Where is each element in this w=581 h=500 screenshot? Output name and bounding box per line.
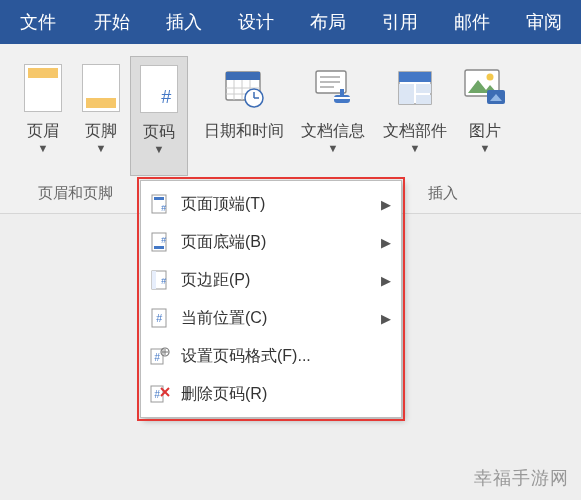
docparts-button[interactable]: 文档部件 ▼ — [374, 56, 456, 176]
menu-item-label: 页边距(P) — [181, 270, 371, 291]
picture-button-label: 图片 — [469, 122, 501, 140]
tab-design[interactable]: 设计 — [220, 0, 292, 44]
footer-icon — [78, 60, 124, 116]
docinfo-button[interactable]: 文档信息 ▼ — [292, 56, 374, 176]
tab-home[interactable]: 开始 — [76, 0, 148, 44]
svg-rect-18 — [399, 72, 431, 82]
menu-item-label: 删除页码(R) — [181, 384, 391, 405]
svg-rect-16 — [340, 89, 344, 97]
tab-label: 引用 — [382, 10, 418, 34]
remove-page-number-icon: # — [149, 383, 171, 405]
datetime-icon — [221, 60, 267, 116]
tab-layout[interactable]: 布局 — [292, 0, 364, 44]
chevron-down-icon: ▼ — [38, 142, 49, 154]
docinfo-button-label: 文档信息 — [301, 122, 365, 140]
svg-rect-31 — [154, 246, 164, 249]
svg-rect-34 — [152, 271, 156, 289]
tab-references[interactable]: 引用 — [364, 0, 436, 44]
menu-page-margins[interactable]: # 页边距(P) ▶ — [141, 261, 401, 299]
svg-point-24 — [487, 74, 494, 81]
svg-rect-1 — [226, 72, 260, 80]
chevron-down-icon: ▼ — [480, 142, 491, 154]
svg-text:#: # — [154, 389, 160, 400]
menu-item-label: 设置页码格式(F)... — [181, 346, 391, 367]
menu-item-label: 页面底端(B) — [181, 232, 371, 253]
svg-rect-21 — [416, 95, 431, 104]
page-margins-icon: # — [149, 269, 171, 291]
chevron-down-icon: ▼ — [154, 143, 165, 155]
svg-text:#: # — [154, 352, 160, 363]
chevron-down-icon: ▼ — [96, 142, 107, 154]
page-top-icon: # — [149, 193, 171, 215]
tab-file[interactable]: 文件 — [0, 0, 76, 44]
menu-bottom-of-page[interactable]: # 页面底端(B) ▶ — [141, 223, 401, 261]
tab-label: 邮件 — [454, 10, 490, 34]
header-button-label: 页眉 — [27, 122, 59, 140]
chevron-down-icon: ▼ — [410, 142, 421, 154]
menu-remove-page-numbers[interactable]: # 删除页码(R) — [141, 375, 401, 413]
tab-label: 设计 — [238, 10, 274, 34]
datetime-button-label: 日期和时间 — [204, 122, 284, 140]
footer-button-label: 页脚 — [85, 122, 117, 140]
header-icon — [20, 60, 66, 116]
chevron-right-icon: ▶ — [381, 197, 391, 212]
tab-bar: 文件 开始 插入 设计 布局 引用 邮件 审阅 — [0, 0, 581, 44]
page-number-menu: # 页面顶端(T) ▶ # 页面底端(B) ▶ # 页边距(P) ▶ # 当前位… — [140, 180, 402, 418]
current-position-icon: # — [149, 307, 171, 329]
picture-icon — [462, 60, 508, 116]
page-number-icon: # — [136, 61, 182, 117]
watermark: 幸福手游网 — [474, 466, 569, 490]
footer-button[interactable]: 页脚 ▼ — [72, 56, 130, 176]
menu-item-label: 当前位置(C) — [181, 308, 371, 329]
svg-rect-20 — [416, 84, 431, 93]
page-number-button[interactable]: # 页码 ▼ — [130, 56, 188, 176]
docparts-icon — [392, 60, 438, 116]
tab-mail[interactable]: 邮件 — [436, 0, 508, 44]
svg-rect-28 — [154, 197, 164, 200]
tab-label: 开始 — [94, 10, 130, 34]
svg-rect-15 — [334, 97, 350, 99]
page-number-button-label: 页码 — [143, 123, 175, 141]
tab-insert[interactable]: 插入 — [148, 0, 220, 44]
menu-current-position[interactable]: # 当前位置(C) ▶ — [141, 299, 401, 337]
svg-text:#: # — [156, 312, 163, 324]
chevron-down-icon: ▼ — [328, 142, 339, 154]
format-page-number-icon: # — [149, 345, 171, 367]
docinfo-icon — [310, 60, 356, 116]
menu-top-of-page[interactable]: # 页面顶端(T) ▶ — [141, 185, 401, 223]
datetime-button[interactable]: 日期和时间 — [196, 56, 292, 176]
chevron-right-icon: ▶ — [381, 311, 391, 326]
docparts-button-label: 文档部件 — [383, 122, 447, 140]
tab-label: 插入 — [166, 10, 202, 34]
picture-button[interactable]: 图片 ▼ — [456, 56, 514, 176]
svg-rect-19 — [399, 84, 414, 104]
menu-item-label: 页面顶端(T) — [181, 194, 371, 215]
page-bottom-icon: # — [149, 231, 171, 253]
header-button[interactable]: 页眉 ▼ — [14, 56, 72, 176]
tab-label: 审阅 — [526, 10, 562, 34]
tab-label: 布局 — [310, 10, 346, 34]
tab-file-label: 文件 — [20, 10, 56, 34]
group-insert-label: 插入 — [428, 184, 458, 203]
chevron-right-icon: ▶ — [381, 235, 391, 250]
menu-format-page-numbers[interactable]: # 设置页码格式(F)... — [141, 337, 401, 375]
tab-review[interactable]: 审阅 — [508, 0, 580, 44]
group-header-footer-label: 页眉和页脚 — [38, 184, 113, 203]
chevron-right-icon: ▶ — [381, 273, 391, 288]
